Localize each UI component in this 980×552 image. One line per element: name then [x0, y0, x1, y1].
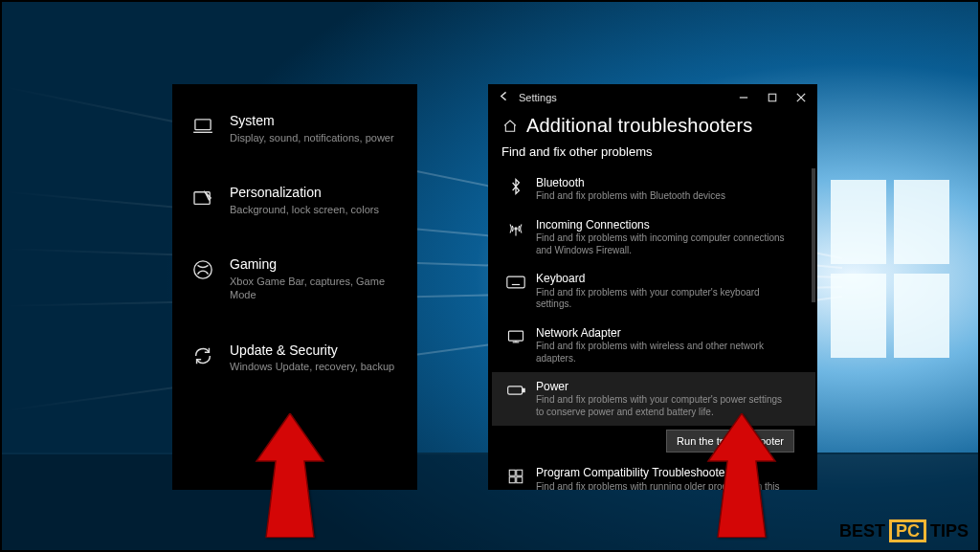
svg-point-20 [515, 228, 517, 230]
annotation-arrow-right [699, 413, 785, 538]
category-title: System [230, 113, 394, 129]
svg-rect-32 [523, 388, 525, 391]
maximize-button[interactable] [758, 84, 787, 111]
category-gaming[interactable]: Gaming Xbox Game Bar, captures, Game Mod… [172, 247, 417, 311]
svg-rect-17 [768, 94, 776, 101]
scrollbar-thumb[interactable] [812, 168, 815, 302]
svg-marker-38 [708, 413, 775, 538]
update-icon [189, 342, 216, 369]
category-subtitle: Xbox Game Bar, captures, Game Mode [230, 275, 400, 302]
category-subtitle: Display, sound, notifications, power [230, 131, 394, 144]
ts-item-desc: Find and fix problems with wireless and … [536, 341, 787, 364]
svg-rect-7 [894, 180, 949, 264]
laptop-icon [189, 113, 216, 140]
category-title: Gaming [230, 256, 400, 273]
watermark-left: BEST [839, 521, 885, 541]
ts-item-title: Incoming Connections [536, 218, 787, 232]
category-title: Update & Security [230, 342, 394, 359]
back-button[interactable] [496, 91, 511, 104]
troubleshooter-keyboard[interactable]: Keyboard Find and fix problems with your… [492, 264, 815, 318]
watermark: BEST PC TIPS [839, 519, 969, 542]
ts-item-desc: Find and fix problems with Bluetooth dev… [536, 190, 725, 203]
svg-rect-9 [894, 274, 949, 358]
svg-rect-8 [831, 274, 886, 358]
svg-rect-35 [509, 477, 515, 483]
close-button[interactable] [787, 84, 815, 111]
svg-rect-34 [517, 471, 523, 476]
page-heading-row: Additional troubleshooters [488, 111, 817, 139]
svg-rect-22 [507, 276, 524, 288]
keyboard-icon [505, 272, 526, 293]
svg-rect-31 [508, 386, 523, 394]
window-title: Settings [519, 92, 557, 103]
svg-rect-6 [831, 180, 886, 264]
ts-item-title: Power [536, 380, 787, 393]
category-subtitle: Background, lock screen, colors [230, 203, 379, 216]
svg-rect-36 [517, 477, 523, 483]
window-titlebar: Settings [488, 84, 817, 111]
page-title: Additional troubleshooters [526, 115, 752, 137]
scrollbar[interactable] [812, 168, 815, 490]
minimize-button[interactable] [729, 84, 758, 111]
ts-item-title: Bluetooth [536, 176, 725, 189]
category-personalization[interactable]: Personalization Background, lock screen,… [172, 175, 417, 226]
page-subheading: Find and fix other problems [488, 139, 817, 168]
svg-point-15 [194, 261, 212, 278]
svg-marker-37 [256, 413, 323, 538]
ts-item-title: Network Adapter [536, 326, 787, 340]
watermark-mid: PC [889, 519, 926, 542]
category-title: Personalization [230, 185, 379, 201]
compat-icon [505, 466, 526, 487]
troubleshooter-network-adapter[interactable]: Network Adapter Find and fix problems wi… [492, 319, 815, 372]
ts-item-desc: Find and fix problems with incoming comp… [536, 232, 787, 256]
svg-rect-33 [509, 471, 515, 476]
xbox-icon [189, 256, 216, 283]
antenna-icon [505, 218, 526, 239]
bluetooth-icon [505, 176, 526, 197]
troubleshooter-incoming-connections[interactable]: Incoming Connections Find and fix proble… [492, 210, 815, 264]
personalize-icon [189, 185, 216, 211]
watermark-right: TIPS [930, 521, 969, 541]
ts-item-desc: Find and fix problems with your computer… [536, 287, 787, 311]
svg-rect-28 [509, 331, 523, 341]
category-subtitle: Windows Update, recovery, backup [230, 360, 394, 373]
category-update-security[interactable]: Update & Security Windows Update, recove… [172, 333, 417, 384]
home-icon[interactable] [501, 118, 519, 135]
svg-rect-12 [195, 120, 211, 130]
power-icon [505, 380, 526, 401]
ts-item-title: Keyboard [536, 272, 787, 285]
network-icon [505, 326, 526, 347]
annotation-arrow-left [247, 413, 333, 538]
troubleshooter-bluetooth[interactable]: Bluetooth Find and fix problems with Blu… [492, 168, 815, 210]
category-system[interactable]: System Display, sound, notifications, po… [172, 103, 417, 154]
